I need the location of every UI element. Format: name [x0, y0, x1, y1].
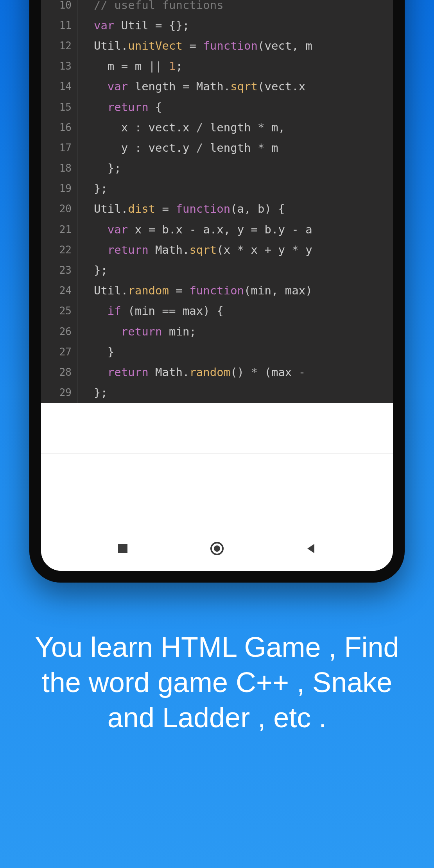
code-line[interactable]: return Math.sqrt(x * x + y * y	[80, 240, 393, 260]
code-line[interactable]: Util.unitVect = function(vect, m	[80, 36, 393, 56]
line-number: 16	[41, 117, 77, 138]
code-line[interactable]: return min;	[80, 321, 393, 342]
code-line[interactable]: };	[80, 382, 393, 403]
app-bottom-bar	[41, 403, 393, 454]
line-number: 27	[41, 342, 77, 362]
code-line[interactable]: }	[80, 342, 393, 362]
home-icon[interactable]	[210, 541, 224, 558]
line-number: 26	[41, 321, 77, 342]
code-line[interactable]: x : vect.x / length * m,	[80, 117, 393, 138]
code-line[interactable]: };	[80, 178, 393, 199]
line-number: 21	[41, 219, 77, 240]
line-number: 23	[41, 260, 77, 280]
line-number: 18	[41, 158, 77, 178]
svg-marker-3	[307, 544, 314, 553]
code-line[interactable]: // useful functions	[80, 0, 393, 15]
code-line[interactable]: Util.dist = function(a, b) {	[80, 199, 393, 219]
android-nav-bar	[41, 528, 393, 571]
line-number: 19	[41, 178, 77, 199]
code-line[interactable]: return {	[80, 97, 393, 117]
svg-point-2	[214, 545, 220, 552]
line-number: 13	[41, 56, 77, 76]
svg-rect-0	[118, 544, 127, 553]
promo-background: 7891011121314151617181920212223242526272…	[0, 0, 434, 868]
line-number-gutter: 7891011121314151617181920212223242526272…	[41, 0, 77, 403]
phone-frame: 7891011121314151617181920212223242526272…	[29, 0, 405, 583]
code-line[interactable]: Util.random = function(min, max)	[80, 280, 393, 301]
code-line[interactable]: };	[80, 158, 393, 178]
code-line[interactable]: var length = Math.sqrt(vect.x	[80, 76, 393, 97]
line-number: 17	[41, 138, 77, 158]
line-number: 28	[41, 362, 77, 382]
code-line[interactable]: return Math.random() * (max -	[80, 362, 393, 382]
back-icon[interactable]	[305, 542, 317, 556]
code-line[interactable]: var x = b.x - a.x, y = b.y - a	[80, 219, 393, 240]
line-number: 24	[41, 280, 77, 301]
promo-caption: You learn HTML Game , Find the word game…	[16, 629, 418, 735]
gutter-separator	[77, 0, 77, 403]
line-number: 29	[41, 382, 77, 403]
line-number: 12	[41, 36, 77, 56]
phone-screen: 7891011121314151617181920212223242526272…	[41, 0, 393, 571]
code-line[interactable]: m = m || 1;	[80, 56, 393, 76]
line-number: 10	[41, 0, 77, 15]
line-number: 22	[41, 240, 77, 260]
line-number: 25	[41, 301, 77, 321]
code-editor[interactable]: 7891011121314151617181920212223242526272…	[41, 0, 393, 403]
code-line[interactable]: var Util = {};	[80, 15, 393, 36]
line-number: 20	[41, 199, 77, 219]
code-content[interactable]: // Game logicfunction Game(gameui) { // …	[80, 0, 393, 403]
recent-apps-icon[interactable]	[117, 542, 129, 556]
line-number: 15	[41, 97, 77, 117]
line-number: 14	[41, 76, 77, 97]
code-line[interactable]: if (min == max) {	[80, 301, 393, 321]
code-line[interactable]: };	[80, 260, 393, 280]
code-line[interactable]: y : vect.y / length * m	[80, 138, 393, 158]
line-number: 11	[41, 15, 77, 36]
